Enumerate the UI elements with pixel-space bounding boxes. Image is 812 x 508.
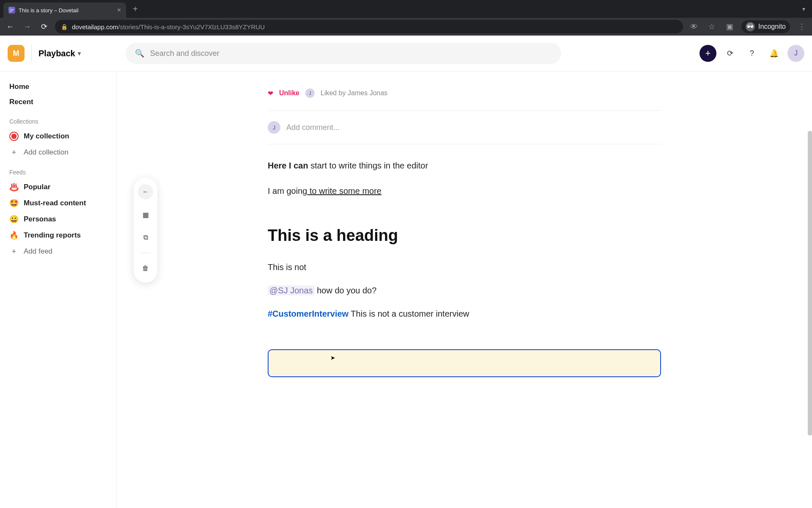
sidebar-item-label: Recent xyxy=(9,98,33,106)
sidebar-item-label: My collection xyxy=(24,132,69,141)
search-placeholder: Search and discover xyxy=(150,49,219,58)
sidebar-section-feeds: Feeds xyxy=(5,160,111,179)
block-back-button[interactable]: ← xyxy=(138,184,153,199)
help-button[interactable]: ? xyxy=(743,45,760,62)
sidebar-item-personas[interactable]: 😀 Personas xyxy=(5,211,111,227)
url-path: /stories/This-is-a-story-3sYu2V7XlzLU33s… xyxy=(118,23,265,30)
bell-icon: 🔔 xyxy=(769,49,779,58)
sidebar-item-label: Home xyxy=(9,83,29,91)
new-tab-button[interactable]: + xyxy=(129,4,141,14)
help-icon: ? xyxy=(750,49,754,58)
sidebar-item-must-read[interactable]: 🤩 Must-read content xyxy=(5,195,111,211)
grid-icon: ▦ xyxy=(143,211,149,219)
heading[interactable]: This is a heading xyxy=(268,226,661,245)
incognito-label: Incognito xyxy=(758,23,786,30)
liked-by-text: Liked by James Jonas xyxy=(321,89,387,97)
upload-icon: ⟳ xyxy=(727,49,733,58)
divider xyxy=(140,253,151,253)
sidebar-item-label: Must-read content xyxy=(24,199,86,207)
forward-button[interactable]: → xyxy=(21,22,33,31)
liker-avatar: J xyxy=(305,88,315,98)
star-icon[interactable]: ☆ xyxy=(706,22,718,31)
add-feed-button[interactable]: + Add feed xyxy=(5,243,111,260)
chevron-down-icon: ▾ xyxy=(78,50,81,57)
underline-text: to write some more xyxy=(307,186,381,196)
text: I am going xyxy=(268,186,307,196)
sidebar-item-home[interactable]: Home xyxy=(5,79,111,94)
reload-button[interactable]: ⟳ xyxy=(38,22,50,31)
close-tab-icon[interactable]: × xyxy=(117,6,121,14)
sidebar-section-collections: Collections xyxy=(5,110,111,128)
block-toolbar: ← ▦ ⧉ 🗑 xyxy=(134,177,157,283)
divider xyxy=(31,44,32,63)
sidebar-item-my-collection[interactable]: My collection xyxy=(5,128,111,144)
workspace-name: Playback xyxy=(38,49,75,58)
block-type-button[interactable]: ▦ xyxy=(138,207,153,222)
fire-icon: 🔥 xyxy=(9,231,19,240)
kebab-menu-icon[interactable]: ⋮ xyxy=(796,22,808,31)
divider xyxy=(268,144,661,144)
paragraph[interactable]: This is not xyxy=(268,262,661,272)
add-comment-input[interactable]: J Add comment... xyxy=(268,116,661,139)
text: This is not a customer interview xyxy=(348,309,469,318)
create-button[interactable]: + xyxy=(700,45,716,62)
add-feed-label: Add feed xyxy=(24,247,52,256)
collection-icon xyxy=(9,132,19,141)
heart-icon: ❤ xyxy=(268,89,273,97)
plus-icon: + xyxy=(9,247,19,256)
workspace-selector[interactable]: Playback ▾ xyxy=(38,49,81,58)
star-struck-icon: 🤩 xyxy=(9,199,19,208)
plus-icon: + xyxy=(705,48,711,59)
bold-text: Here I can xyxy=(268,161,308,170)
sidebar-item-label: Popular xyxy=(24,183,50,191)
scrollbar[interactable] xyxy=(808,131,812,436)
workspace-badge[interactable]: M xyxy=(8,45,25,62)
smile-icon: 😀 xyxy=(9,215,19,224)
browser-tab[interactable]: 🕊 This is a story – Dovetail × xyxy=(3,3,126,18)
paragraph[interactable]: @SJ Jonas how do you do? xyxy=(268,286,661,295)
text: how do you do? xyxy=(315,286,377,295)
incognito-icon: 🕶 xyxy=(746,22,755,31)
mention-chip[interactable]: @SJ Jonas xyxy=(268,285,315,295)
url-host: dovetailapp.com xyxy=(72,23,118,30)
sidebar-item-popular[interactable]: ♨️ Popular xyxy=(5,179,111,195)
copy-icon: ⧉ xyxy=(143,234,148,241)
sidebar-item-recent[interactable]: Recent xyxy=(5,94,111,110)
paragraph[interactable]: I am going to write some more xyxy=(268,184,661,198)
arrow-left-icon: ← xyxy=(142,188,149,196)
sidebar-item-label: Personas xyxy=(24,215,56,224)
add-collection-button[interactable]: + Add collection xyxy=(5,144,111,160)
comment-placeholder: Add comment... xyxy=(286,123,340,132)
incognito-badge[interactable]: 🕶 Incognito xyxy=(741,20,790,33)
sidebar-item-trending[interactable]: 🔥 Trending reports xyxy=(5,227,111,243)
commenter-avatar: J xyxy=(268,121,280,134)
block-delete-button[interactable]: 🗑 xyxy=(138,261,153,276)
search-icon: 🔍 xyxy=(135,49,144,58)
panel-icon[interactable]: ▣ xyxy=(724,22,735,31)
user-avatar[interactable]: J xyxy=(787,45,804,62)
window-controls[interactable]: ▾ xyxy=(796,6,812,12)
plus-icon: + xyxy=(9,148,19,157)
lock-icon: 🔒 xyxy=(61,24,68,30)
tab-title: This is a story – Dovetail xyxy=(19,7,79,14)
divider xyxy=(268,110,661,111)
add-collection-label: Add collection xyxy=(24,148,69,157)
address-bar[interactable]: 🔒 dovetailapp.com/stories/This-is-a-stor… xyxy=(55,20,683,33)
callout-block[interactable]: ➤ xyxy=(268,349,661,377)
block-copy-button[interactable]: ⧉ xyxy=(138,230,153,245)
flame-icon: ♨️ xyxy=(9,182,19,192)
sidebar: Home Recent Collections My collection + … xyxy=(0,72,117,508)
back-button[interactable]: ← xyxy=(4,22,16,31)
unlike-button[interactable]: Unlike xyxy=(279,89,299,97)
eye-off-icon[interactable]: 👁 xyxy=(688,22,700,31)
cursor-icon: ➤ xyxy=(330,354,335,361)
favicon-icon: 🕊 xyxy=(8,7,15,14)
sidebar-item-label: Trending reports xyxy=(24,231,81,240)
paragraph[interactable]: Here I can start to write things in the … xyxy=(268,159,661,172)
trash-icon: 🗑 xyxy=(142,265,149,272)
notifications-button[interactable]: 🔔 xyxy=(765,45,782,62)
search-input[interactable]: 🔍 Search and discover xyxy=(126,43,561,64)
paragraph[interactable]: #CustomerInterview This is not a custome… xyxy=(268,309,661,319)
hashtag[interactable]: #CustomerInterview xyxy=(268,309,348,318)
upload-button[interactable]: ⟳ xyxy=(721,45,738,62)
